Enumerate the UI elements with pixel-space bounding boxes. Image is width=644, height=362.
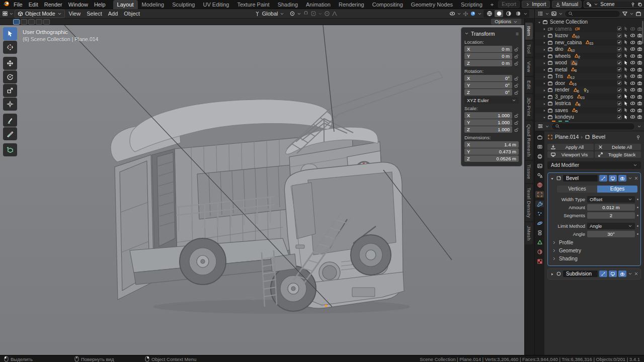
properties-tab-tool[interactable] bbox=[535, 134, 544, 140]
selectable-icon[interactable] bbox=[623, 26, 628, 31]
pivot-point-icon[interactable] bbox=[289, 11, 295, 17]
lock-open-icon[interactable] bbox=[514, 120, 519, 125]
hide-viewport-icon[interactable] bbox=[630, 94, 635, 100]
annotate-tool[interactable] bbox=[3, 114, 17, 127]
checkbox-icon[interactable] bbox=[617, 80, 622, 85]
add-workspace-button[interactable]: + bbox=[487, 0, 498, 9]
checkbox-icon[interactable] bbox=[617, 108, 622, 113]
hide-render-icon[interactable] bbox=[637, 46, 642, 52]
sidebar-tab-quad-remesh[interactable]: Quad Remesh bbox=[525, 121, 533, 160]
scale-y-field[interactable]: Y1.000 bbox=[464, 119, 512, 126]
breadcrumb-object[interactable]: Plane.014 bbox=[555, 134, 579, 140]
properties-tab-modifiers[interactable] bbox=[535, 201, 544, 207]
workspace-tab-modeling[interactable]: Modeling bbox=[138, 0, 169, 9]
workspace-tab-texture-paint[interactable]: Texture Paint bbox=[233, 0, 273, 9]
subpanel-geometry[interactable]: Geometry bbox=[550, 247, 638, 255]
add-modifier-button[interactable]: Add Modifier bbox=[547, 161, 641, 169]
falloff-curve-icon[interactable] bbox=[332, 11, 338, 17]
rotate-tool[interactable] bbox=[3, 70, 17, 83]
limit-method-dropdown[interactable]: Angle bbox=[587, 223, 635, 229]
panel-grip-icon[interactable]: ≡ bbox=[516, 31, 519, 37]
viewport-menu-view[interactable]: View bbox=[66, 11, 84, 17]
edit-mode-toggle[interactable] bbox=[599, 175, 607, 182]
outliner-row-render[interactable]: render63 bbox=[535, 86, 644, 94]
shading-material-button[interactable] bbox=[504, 10, 513, 17]
properties-tab-material[interactable] bbox=[535, 248, 544, 255]
hide-render-icon[interactable] bbox=[637, 94, 642, 100]
extras-menu-icon[interactable] bbox=[628, 272, 632, 276]
sidebar-tab-view[interactable]: View bbox=[525, 58, 533, 76]
hide-viewport-icon[interactable] bbox=[630, 53, 635, 59]
lock-open-icon[interactable] bbox=[514, 47, 519, 52]
modifier-name-field[interactable]: Bevel bbox=[563, 175, 598, 182]
selectable-icon[interactable] bbox=[623, 87, 628, 93]
hide-viewport-icon[interactable] bbox=[630, 67, 635, 72]
checkbox-icon[interactable] bbox=[617, 60, 622, 65]
hide-viewport-icon[interactable] bbox=[630, 60, 635, 65]
checkbox-icon[interactable] bbox=[617, 87, 622, 93]
workspace-tab-shading[interactable]: Shading bbox=[274, 0, 302, 9]
properties-search-input[interactable] bbox=[551, 123, 635, 130]
pin-icon[interactable] bbox=[630, 2, 635, 7]
angle-input[interactable]: 30° bbox=[587, 231, 635, 237]
hide-render-icon[interactable] bbox=[637, 101, 642, 106]
hide-viewport-icon[interactable] bbox=[630, 101, 635, 106]
dimensions-z-field[interactable]: Z0.0526 m bbox=[464, 155, 519, 162]
workspace-tab-compositing[interactable]: Compositing bbox=[368, 0, 407, 9]
shading-solid-button[interactable] bbox=[495, 10, 503, 17]
location-y-field[interactable]: Y0 m bbox=[464, 53, 512, 59]
xray-toggle-icon[interactable] bbox=[463, 11, 468, 17]
hide-viewport-icon[interactable] bbox=[630, 73, 635, 79]
selectable-icon[interactable] bbox=[623, 67, 628, 72]
checkbox-icon[interactable] bbox=[617, 94, 622, 99]
location-z-field[interactable]: Z0 m bbox=[464, 60, 512, 66]
hide-viewport-icon[interactable] bbox=[630, 87, 635, 93]
hide-render-icon[interactable] bbox=[637, 80, 642, 86]
display-mode-icon[interactable] bbox=[537, 11, 543, 17]
properties-tab-world[interactable] bbox=[535, 182, 544, 188]
options-button[interactable]: Options bbox=[491, 19, 521, 25]
hide-render-icon[interactable] bbox=[637, 67, 642, 72]
viewport-menu-object[interactable]: Object bbox=[121, 11, 143, 17]
checkbox-icon[interactable] bbox=[617, 53, 622, 58]
selectable-icon[interactable] bbox=[623, 47, 628, 52]
selectable-icon[interactable] bbox=[623, 94, 628, 99]
selectable-icon[interactable] bbox=[623, 40, 628, 45]
new-copy-icon[interactable] bbox=[637, 2, 642, 7]
outliner-row-kuzov[interactable]: kuzov10 bbox=[535, 32, 644, 39]
checkbox-icon[interactable] bbox=[617, 115, 622, 120]
outliner-row-lestrica[interactable]: lestrica6 bbox=[535, 100, 644, 107]
animate-dot[interactable] bbox=[637, 233, 638, 235]
export-button[interactable]: Export bbox=[498, 1, 520, 8]
realtime-toggle[interactable] bbox=[609, 270, 617, 277]
proportional-editing-icon[interactable] bbox=[324, 11, 330, 17]
properties-tab-particles[interactable] bbox=[535, 210, 544, 217]
scale-tool[interactable] bbox=[3, 84, 17, 97]
lock-open-icon[interactable] bbox=[514, 54, 519, 59]
extras-menu-icon[interactable] bbox=[628, 176, 632, 180]
selectable-icon[interactable] bbox=[623, 33, 628, 38]
checkbox-icon[interactable] bbox=[617, 47, 622, 52]
mode-dropdown[interactable]: Object Mode bbox=[15, 10, 65, 18]
outliner-row-metal[interactable]: metal6 bbox=[535, 66, 644, 73]
transform-tool[interactable] bbox=[3, 98, 17, 111]
measure-tool[interactable] bbox=[3, 127, 17, 140]
amount-input[interactable]: 0.012 m bbox=[587, 204, 635, 211]
subpanel-profile[interactable]: Profile bbox=[550, 239, 638, 247]
lock-open-icon[interactable] bbox=[514, 83, 519, 88]
workspace-tab-rendering[interactable]: Rendering bbox=[335, 0, 368, 9]
menu-edit[interactable]: Edit bbox=[26, 0, 41, 9]
dimensions-x-field[interactable]: X1.4 m bbox=[464, 141, 519, 148]
lock-open-icon[interactable] bbox=[514, 76, 519, 81]
select-mode-box[interactable] bbox=[21, 19, 27, 25]
properties-tab-output[interactable] bbox=[535, 153, 544, 159]
delete-all-button[interactable]: Delete All bbox=[595, 144, 641, 150]
modifier-name-field[interactable]: Subdivision bbox=[563, 270, 598, 277]
viewport-menu-select[interactable]: Select bbox=[84, 11, 105, 17]
hide-render-icon[interactable] bbox=[637, 114, 642, 120]
checkbox-icon[interactable] bbox=[617, 26, 622, 31]
sidebar-tab-tool[interactable]: Tool bbox=[525, 41, 533, 57]
hide-viewport-icon[interactable] bbox=[630, 80, 635, 86]
outliner-row-new-cabina[interactable]: new_cabina33 bbox=[535, 39, 644, 46]
properties-editor-type-icon[interactable] bbox=[537, 123, 543, 129]
